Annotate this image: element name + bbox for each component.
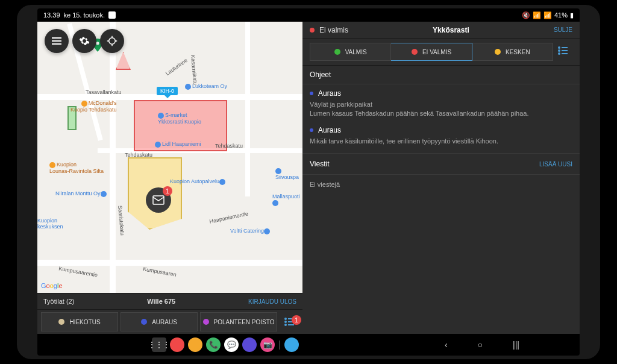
- poi-voltti[interactable]: Voltti Catering: [230, 228, 271, 234]
- tab-in-progress[interactable]: KESKEN: [472, 43, 553, 61]
- instruction-item: Auraus Väylät ja parkkipaikat Lumen kasa…: [302, 84, 580, 121]
- gear-icon: [79, 36, 90, 46]
- green-dot-icon: [334, 49, 340, 55]
- activity-plowing[interactable]: AURAUS: [121, 312, 198, 331]
- clock: 13.39: [43, 11, 60, 19]
- status-dot-icon: [310, 28, 315, 33]
- street-label: Haapaniementie: [209, 210, 249, 224]
- tab-label: KESKEN: [506, 49, 530, 55]
- tab-done[interactable]: VALMIS: [310, 43, 391, 61]
- mute-icon: 🔇: [522, 11, 530, 19]
- instruction-title: Auraus: [318, 126, 341, 134]
- no-messages-text: Ei viestejä: [302, 175, 580, 194]
- list-icon: [558, 46, 568, 55]
- app-icon[interactable]: [242, 337, 257, 352]
- plowing-dot-icon: [141, 319, 147, 325]
- date: ke 15. toukok.: [64, 11, 105, 19]
- add-message-link[interactable]: LISÄÄ UUSI: [539, 161, 572, 168]
- menu-button[interactable]: [45, 29, 69, 53]
- android-nav-bar: ⋮⋮⋮ 📞 💬 📷 | ‹ ○ |||: [37, 334, 580, 356]
- close-link[interactable]: SULJE: [554, 27, 572, 33]
- poi-lounas[interactable]: Kuopion Lounas-Ravintola Silta: [49, 162, 104, 174]
- envelope-icon: [152, 195, 164, 205]
- map[interactable]: Tasavallankatu Tehdaskatu Tehdaskatu Saa…: [37, 22, 302, 293]
- badge: 1: [163, 186, 172, 196]
- activity-label: AURAUS: [152, 319, 177, 325]
- map-tag[interactable]: KIH-0: [157, 87, 178, 95]
- logout-link[interactable]: KIRJAUDU ULOS: [248, 298, 296, 305]
- locate-button[interactable]: [100, 29, 124, 53]
- svg-point-20: [559, 53, 560, 54]
- poi-lukko[interactable]: Lukkoteam Oy: [185, 83, 227, 90]
- tab-not-done[interactable]: EI VALMIS: [391, 43, 472, 61]
- street-label: Saaristokatu: [117, 206, 125, 236]
- poi-smarket[interactable]: S-market Ykkösrasti Kuopio: [158, 112, 201, 125]
- signal-icon: 📶: [543, 11, 552, 19]
- poi-mcdonalds[interactable]: McDonald's Kuopio Tehdaskatu: [70, 100, 116, 113]
- battery-icon: ▮: [570, 11, 574, 19]
- app-drawer-icon[interactable]: ⋮⋮⋮: [152, 337, 166, 352]
- workspaces-label[interactable]: Työtilat (2): [43, 298, 74, 305]
- camera-app-icon[interactable]: 📷: [260, 337, 275, 352]
- instruction-line: Mikäli tarve käsilumitöille, tee erillin…: [310, 137, 572, 146]
- sanding-dot-icon: [58, 319, 64, 325]
- app-icon[interactable]: [284, 337, 299, 352]
- street-label: Kumpusaarentie: [58, 265, 98, 278]
- bullet-icon: [310, 92, 313, 95]
- bullet-icon: [310, 128, 313, 132]
- panel-title: Ykkösrasti: [348, 26, 554, 34]
- street-label: Tasavallankatu: [86, 89, 122, 95]
- svg-point-14: [285, 324, 286, 325]
- street-label: Tehdaskatu: [125, 152, 152, 158]
- poi-monttu[interactable]: Niiralan Monttu Oy: [55, 190, 108, 197]
- status-text: Ei valmis: [319, 26, 348, 34]
- poi-siivous[interactable]: Siivouspa: [275, 168, 302, 180]
- activity-label: HIEKOTUS: [69, 319, 100, 325]
- instruction-title: Auraus: [318, 89, 341, 98]
- android-status-bar: 13.39 ke 15. toukok. 🔇 📶 📶 41% ▮: [37, 8, 580, 22]
- instructions-heading: Ohjeet: [302, 66, 580, 84]
- map-attribution: Google: [41, 282, 63, 289]
- tab-label: EI VALMIS: [422, 49, 451, 55]
- svg-point-16: [559, 47, 560, 48]
- instruction-line: Väylät ja parkkipaikat: [310, 100, 572, 109]
- poi-lidl[interactable]: Lidl Haapaniemi: [155, 141, 201, 148]
- phone-app-icon[interactable]: 📞: [206, 337, 221, 352]
- messages-heading: Viestit: [310, 160, 329, 168]
- street-label: Kasarmikatu: [190, 55, 198, 86]
- crosshair-icon: [107, 36, 117, 46]
- menu-icon: [52, 37, 61, 45]
- picture-icon: [108, 11, 116, 19]
- removal-dot-icon: [203, 319, 209, 325]
- settings-button[interactable]: [72, 29, 96, 53]
- battery-pct: 41%: [554, 11, 568, 19]
- zone-red-small[interactable]: [116, 52, 131, 70]
- yellow-dot-icon: [495, 49, 501, 55]
- back-button[interactable]: ‹: [445, 340, 448, 350]
- street-label: Tehdaskatu: [215, 143, 243, 149]
- activity-sanding[interactable]: HIEKOTUS: [41, 312, 118, 331]
- svg-point-5: [109, 38, 116, 45]
- badge: 1: [292, 315, 301, 325]
- home-button[interactable]: ○: [478, 340, 483, 350]
- instruction-line: Lumen kasaus Tehdaskadun päähän sekä Tas…: [310, 109, 572, 118]
- recents-button[interactable]: |||: [513, 340, 519, 350]
- app-icon[interactable]: 💬: [224, 337, 239, 352]
- street-label: Kumpusaaren: [143, 266, 177, 278]
- poi-autopalvelu[interactable]: Kuopion Autopalvelu: [170, 178, 227, 185]
- poi-keskus[interactable]: Kuopion keskuksen: [37, 218, 63, 230]
- svg-rect-1: [153, 196, 164, 204]
- vehicle-label: Wille 675: [74, 298, 248, 305]
- svg-point-10: [285, 318, 286, 319]
- messages-button[interactable]: 1: [146, 187, 171, 213]
- tab-label: VALMIS: [345, 49, 367, 55]
- activity-removal[interactable]: POLANTEEN POISTO: [200, 312, 277, 331]
- panel-list-button[interactable]: [553, 46, 572, 57]
- activity-list-button[interactable]: 1: [280, 318, 299, 326]
- svg-point-18: [559, 50, 560, 51]
- app-icon[interactable]: [170, 337, 184, 352]
- activity-label: POLANTEEN POISTO: [214, 319, 275, 325]
- poi-mallaspuoti[interactable]: Mallaspuoti: [272, 193, 302, 206]
- app-icon[interactable]: [188, 337, 202, 352]
- wifi-icon: 📶: [533, 11, 541, 19]
